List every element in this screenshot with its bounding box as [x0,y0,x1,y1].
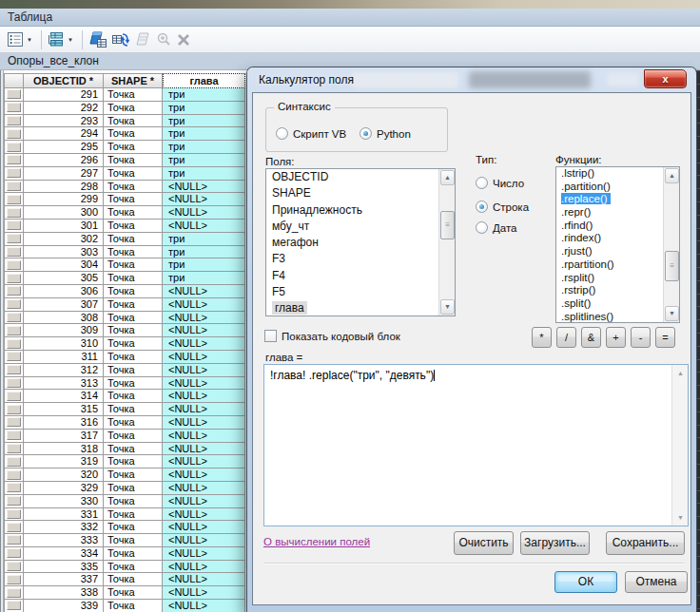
cell-objectid[interactable]: 312 [24,364,104,377]
cell-objectid[interactable]: 302 [24,233,104,246]
field-list-item[interactable]: F4 [266,268,455,284]
cell-glava[interactable]: <NULL> [163,324,245,337]
radio-icon[interactable] [476,177,488,189]
row-selector[interactable] [4,233,24,246]
row-selector-box[interactable] [7,155,21,164]
cell-shape[interactable]: Точка [104,482,163,495]
field-list-item[interactable]: SHAPE [266,185,455,201]
row-selector[interactable] [4,430,24,443]
fields-listbox[interactable]: OBJECTIDSHAPEПринадлежностьмбу_чтмегафон… [265,168,456,316]
radio-python[interactable]: Python [360,127,411,140]
row-selector[interactable] [4,258,24,272]
cell-glava[interactable]: <NULL> [163,416,245,430]
cell-objectid[interactable]: 301 [24,220,104,233]
cell-glava[interactable]: три [163,88,245,102]
cell-glava[interactable]: <NULL> [163,469,245,482]
radio-icon[interactable] [476,201,488,213]
cell-glava[interactable]: <NULL> [163,181,245,194]
row-selector-box[interactable] [7,89,21,99]
cell-shape[interactable]: Точка [104,547,163,561]
cell-shape[interactable]: Точка [104,521,163,534]
cell-objectid[interactable]: 330 [24,495,104,508]
row-selector-box[interactable] [7,405,21,414]
scrollbar-thumb[interactable]: ≡ [665,251,679,281]
function-list-item[interactable]: .rindex() [556,232,679,245]
cell-objectid[interactable]: 310 [24,337,104,351]
field-list-item[interactable]: Принадлежность [266,202,455,219]
cell-glava[interactable]: три [163,115,245,128]
operator-multiply-button[interactable]: * [532,327,552,348]
row-selector-box[interactable] [7,260,21,270]
row-selector-box[interactable] [7,339,21,349]
row-selector[interactable] [4,351,24,364]
scroll-up-icon[interactable]: ▲ [673,366,688,380]
cell-glava[interactable]: <NULL> [163,351,245,364]
row-selector[interactable] [4,561,24,574]
row-selector[interactable] [4,206,24,220]
row-selector-box[interactable] [7,326,21,335]
row-selector[interactable] [4,416,24,430]
row-selector-box[interactable] [7,365,21,374]
cell-glava[interactable]: три [163,246,245,259]
row-selector-box[interactable] [7,417,21,427]
cell-glava[interactable]: <NULL> [163,285,245,298]
row-selector[interactable] [4,285,24,298]
operator-concat-button[interactable]: & [581,327,601,348]
load-button[interactable]: Загрузить... [520,531,590,555]
field-list-item[interactable]: OBJECTID [266,169,455,185]
cell-shape[interactable]: Точка [104,324,163,337]
select-highlighted-button[interactable] [87,29,109,51]
cell-objectid[interactable]: 295 [24,141,104,154]
cell-glava[interactable]: <NULL> [163,573,245,586]
cell-objectid[interactable]: 319 [24,455,104,469]
cell-shape[interactable]: Точка [104,469,163,482]
row-selector-box[interactable] [7,430,21,440]
cell-shape[interactable]: Точка [104,403,163,416]
cell-objectid[interactable]: 338 [24,586,104,600]
scroll-up-icon[interactable]: ▲ [440,170,455,185]
cell-objectid[interactable]: 300 [24,206,104,220]
table-window-titlebar[interactable]: Таблица [0,9,700,27]
row-selector[interactable] [4,600,24,612]
cell-glava[interactable]: три [163,127,245,141]
function-list-item[interactable]: .rstrip() [556,284,679,297]
cell-objectid[interactable]: 296 [24,154,104,167]
row-selector[interactable] [4,181,24,194]
cell-shape[interactable]: Точка [104,206,163,220]
row-selector-box[interactable] [7,274,21,283]
row-selector-box[interactable] [7,208,21,218]
row-selector-box[interactable] [7,601,21,610]
row-selector-box[interactable] [7,483,21,492]
row-selector-box[interactable] [7,182,21,191]
cell-shape[interactable]: Точка [104,534,163,547]
column-header-glava-selected[interactable]: глава [163,73,245,88]
dropdown-caret-icon[interactable]: ▼ [24,37,35,43]
cell-shape[interactable]: Точка [104,573,163,586]
row-selector[interactable] [4,482,24,495]
cell-glava[interactable]: три [163,167,245,181]
row-selector-box[interactable] [7,523,21,532]
cell-glava[interactable]: <NULL> [163,377,245,391]
cell-shape[interactable]: Точка [104,285,163,298]
row-selector[interactable] [4,312,24,325]
row-selector-box[interactable] [7,234,21,243]
cell-shape[interactable]: Точка [104,220,163,233]
function-list-item[interactable]: .split() [556,297,679,311]
row-selector[interactable] [4,220,24,233]
cell-objectid[interactable]: 309 [24,324,104,337]
row-selector[interactable] [4,88,24,102]
function-list-item[interactable]: .splitlines() [556,311,679,323]
cell-shape[interactable]: Точка [104,272,163,285]
row-selector[interactable] [4,586,24,600]
cell-shape[interactable]: Точка [104,455,163,469]
function-list-item[interactable]: .rfind() [556,220,679,233]
cell-glava[interactable]: <NULL> [163,455,245,469]
cancel-button[interactable]: Отмена [625,571,688,593]
cell-glava[interactable]: <NULL> [163,337,245,351]
field-list-item[interactable]: F3 [266,251,455,267]
row-selector[interactable] [4,443,24,456]
cell-glava[interactable]: <NULL> [163,561,245,574]
row-selector[interactable] [4,324,24,337]
row-selector[interactable] [4,495,24,508]
cell-glava[interactable]: три [163,102,245,115]
